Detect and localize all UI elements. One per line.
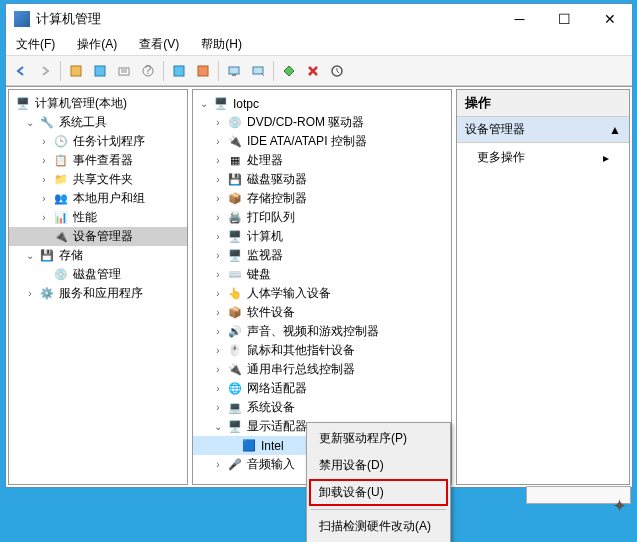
close-button[interactable]: ✕ [587,4,632,34]
chevron-down-icon[interactable]: ⌄ [23,249,37,263]
chevron-right-icon[interactable]: › [23,287,37,301]
users-icon: 👥 [53,191,69,207]
tree-devmgr[interactable]: 🔌设备管理器 [9,227,187,246]
dev-dvd[interactable]: ›💿DVD/CD-ROM 驱动器 [193,113,451,132]
dev-computer[interactable]: ›🖥️计算机 [193,227,451,246]
toolbar-icon-8[interactable] [247,60,269,82]
ctx-scan[interactable]: 扫描检测硬件改动(A) [309,513,448,540]
dev-monitor[interactable]: ›🖥️监视器 [193,246,451,265]
toolbar-icon-9[interactable] [278,60,300,82]
dev-cpu[interactable]: ›▦处理器 [193,151,451,170]
chevron-right-icon[interactable]: › [211,154,225,168]
chevron-down-icon[interactable]: ⌄ [211,420,225,434]
chevron-right-icon[interactable]: › [37,211,51,225]
nav-tree: 🖥️计算机管理(本地) ⌄🔧系统工具 ›🕒任务计划程序 ›📋事件查看器 ›📁共享… [9,90,187,307]
toolbar-icon-delete[interactable] [302,60,324,82]
dev-usb[interactable]: ›🔌通用串行总线控制器 [193,360,451,379]
chevron-down-icon[interactable]: ⌄ [197,97,211,111]
menu-file[interactable]: 文件(F) [12,34,59,55]
dev-audio[interactable]: ›🔊声音、视频和游戏控制器 [193,322,451,341]
svg-rect-1 [95,66,105,76]
toolbar-icon-4[interactable]: ? [137,60,159,82]
dev-soft[interactable]: ›📦软件设备 [193,303,451,322]
menu-view[interactable]: 查看(V) [135,34,183,55]
chevron-down-icon[interactable]: ⌄ [23,116,37,130]
window-buttons: ─ ☐ ✕ [497,4,632,34]
system-icon: 💻 [227,400,243,416]
software-icon: 📦 [227,305,243,321]
dev-storage[interactable]: ›📦存储控制器 [193,189,451,208]
toolbar-icon-6[interactable] [192,60,214,82]
tree-diskmgr[interactable]: 💿磁盘管理 [9,265,187,284]
chevron-right-icon[interactable]: › [211,249,225,263]
chevron-right-icon[interactable]: › [211,135,225,149]
folder-share-icon: 📁 [53,172,69,188]
svg-text:?: ? [145,64,152,77]
chevron-right-icon[interactable]: › [211,344,225,358]
chevron-right-icon[interactable]: › [211,116,225,130]
chevron-right-icon[interactable]: › [37,192,51,206]
tree-perf[interactable]: ›📊性能 [9,208,187,227]
event-icon: 📋 [53,153,69,169]
tree-root[interactable]: 🖥️计算机管理(本地) [9,94,187,113]
storage-icon: 💾 [39,248,55,264]
toolbar-icon-10[interactable] [326,60,348,82]
tree-event[interactable]: ›📋事件查看器 [9,151,187,170]
main-window: 计算机管理 ─ ☐ ✕ 文件(F) 操作(A) 查看(V) 帮助(H) ? [5,3,633,488]
dev-mouse[interactable]: ›🖱️鼠标和其他指针设备 [193,341,451,360]
forward-button[interactable] [34,60,56,82]
toolbar-icon-5[interactable] [168,60,190,82]
chevron-right-icon[interactable]: › [211,192,225,206]
tree-services[interactable]: ›⚙️服务和应用程序 [9,284,187,303]
chevron-right-icon[interactable]: › [37,173,51,187]
ctx-uninstall[interactable]: 卸载设备(U) [309,479,448,506]
tree-users[interactable]: ›👥本地用户和组 [9,189,187,208]
chevron-right-icon[interactable]: › [37,154,51,168]
dev-print[interactable]: ›🖨️打印队列 [193,208,451,227]
dev-keyboard[interactable]: ›⌨️键盘 [193,265,451,284]
minimize-button[interactable]: ─ [497,4,542,34]
ctx-update[interactable]: 更新驱动程序(P) [309,425,448,452]
menubar: 文件(F) 操作(A) 查看(V) 帮助(H) [6,34,632,56]
star-decoration: ✦ [612,495,627,517]
dev-ide[interactable]: ›🔌IDE ATA/ATAPI 控制器 [193,132,451,151]
tree-storage[interactable]: ⌄💾存储 [9,246,187,265]
back-button[interactable] [10,60,32,82]
chevron-right-icon[interactable]: › [211,458,225,472]
network-icon: 🌐 [227,381,243,397]
chevron-right-icon[interactable]: › [211,211,225,225]
chevron-right-icon[interactable]: › [211,287,225,301]
dev-hid[interactable]: ›👆人体学输入设备 [193,284,451,303]
menu-help[interactable]: 帮助(H) [197,34,246,55]
chevron-right-icon[interactable]: › [211,306,225,320]
tree-shared[interactable]: ›📁共享文件夹 [9,170,187,189]
toolbar-icon-7[interactable] [223,60,245,82]
actions-sub[interactable]: 设备管理器▲ [457,117,629,143]
chevron-right-icon[interactable]: › [211,401,225,415]
dev-root[interactable]: ⌄🖥️Iotpc [193,94,451,113]
display-icon: 🖥️ [227,419,243,435]
chevron-right-icon[interactable]: › [211,173,225,187]
chevron-right-icon[interactable]: › [211,230,225,244]
chevron-right-icon[interactable]: › [211,363,225,377]
cpu-icon: ▦ [227,153,243,169]
maximize-button[interactable]: ☐ [542,4,587,34]
chevron-right-icon[interactable]: › [37,135,51,149]
device-tree: ⌄🖥️Iotpc ›💿DVD/CD-ROM 驱动器 ›🔌IDE ATA/ATAP… [193,90,451,478]
menu-action[interactable]: 操作(A) [73,34,121,55]
computer-icon: 🖥️ [15,96,31,112]
toolbar-icon-2[interactable] [89,60,111,82]
toolbar-icon-1[interactable] [65,60,87,82]
chevron-right-icon: ▸ [603,151,609,165]
chevron-right-icon[interactable]: › [211,325,225,339]
tree-systools[interactable]: ⌄🔧系统工具 [9,113,187,132]
chevron-right-icon[interactable]: › [211,382,225,396]
dev-sys[interactable]: ›💻系统设备 [193,398,451,417]
actions-more[interactable]: 更多操作▸ [457,143,629,172]
dev-disk[interactable]: ›💾磁盘驱动器 [193,170,451,189]
chevron-right-icon[interactable]: › [211,268,225,282]
toolbar-icon-3[interactable] [113,60,135,82]
tree-task[interactable]: ›🕒任务计划程序 [9,132,187,151]
dev-net[interactable]: ›🌐网络适配器 [193,379,451,398]
ctx-disable[interactable]: 禁用设备(D) [309,452,448,479]
